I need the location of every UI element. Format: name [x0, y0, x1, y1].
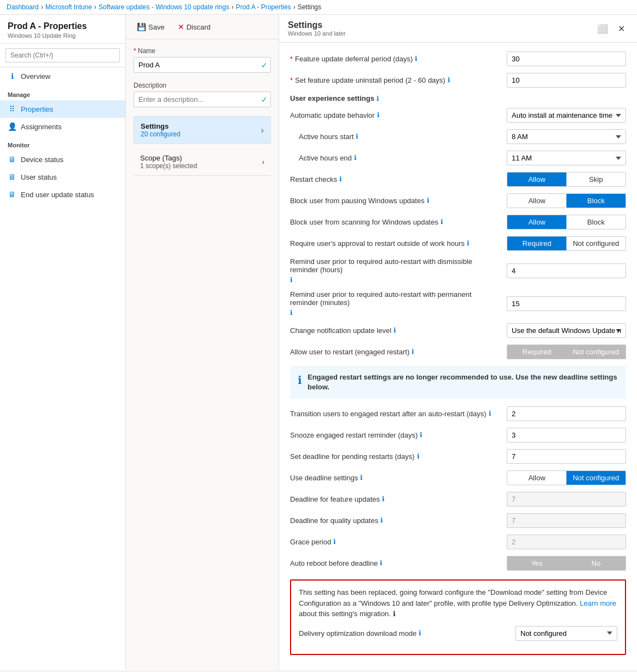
transition-input[interactable]: [507, 406, 626, 421]
allow-restart-toggle: Required Not configured: [507, 344, 626, 359]
auto-reboot-no-btn[interactable]: No: [566, 556, 626, 570]
auto-update-row: Automatic update behavior ℹ Auto install…: [290, 108, 626, 123]
set-deadline-info-icon[interactable]: ℹ: [417, 452, 420, 460]
remind-permanent-info-icon[interactable]: ℹ: [290, 309, 293, 317]
sidebar-item-overview[interactable]: ℹ Overview: [0, 67, 125, 85]
allow-restart-notconfigured-btn[interactable]: Not configured: [566, 345, 626, 359]
sidebar-item-assignments[interactable]: 👤 Assignments: [0, 118, 125, 135]
feature-update-info-icon[interactable]: ℹ: [415, 55, 418, 62]
change-notification-info-icon[interactable]: ℹ: [393, 326, 396, 334]
active-hours-start-info-icon[interactable]: ℹ: [356, 133, 358, 140]
delivery-info-icon[interactable]: ℹ: [419, 629, 421, 637]
breadcrumb: Dashboard › Microsoft Intune › Software …: [0, 0, 637, 15]
sidebar-item-properties[interactable]: ⠿ Properties: [0, 100, 125, 118]
maximize-button[interactable]: ⬜: [594, 22, 611, 35]
use-deadline-allow-btn[interactable]: Allow: [507, 471, 566, 485]
description-input[interactable]: [134, 91, 271, 107]
remind-dismissible-info-icon[interactable]: ℹ: [290, 276, 293, 284]
use-deadline-info-icon[interactable]: ℹ: [360, 474, 363, 481]
sidebar-item-user-status[interactable]: 🖥 User status: [0, 168, 125, 186]
user-experience-info-icon[interactable]: ℹ: [377, 95, 379, 102]
active-hours-end-select[interactable]: 11 AM: [507, 151, 626, 165]
discard-button[interactable]: ✕ Discard: [175, 20, 214, 33]
sidebar-label-assignments: Assignments: [21, 123, 61, 131]
close-settings-button[interactable]: ✕: [615, 22, 628, 35]
deadline-feature-input[interactable]: [507, 492, 626, 507]
remind-dismissible-input[interactable]: [507, 263, 626, 278]
allow-restart-required-btn[interactable]: Required: [507, 345, 566, 359]
active-hours-end-info-icon[interactable]: ℹ: [354, 154, 357, 162]
save-button[interactable]: 💾 Save: [134, 20, 168, 33]
sidebar-item-device-status[interactable]: 🖥 Device status: [0, 151, 125, 168]
require-approval-label: Require user's approval to restart outsi…: [290, 239, 465, 248]
sidebar-subtitle: Windows 10 Update Ring: [8, 32, 118, 39]
block-scanning-label: Block user from scanning for Windows upd…: [290, 218, 438, 226]
restart-checks-info-icon[interactable]: ℹ: [339, 175, 342, 183]
auto-update-info-icon[interactable]: ℹ: [377, 111, 380, 119]
block-scanning-block-btn[interactable]: Block: [566, 215, 626, 229]
grace-period-info-icon[interactable]: ℹ: [333, 538, 336, 545]
settings-nav-item[interactable]: Settings 20 configured ›: [134, 116, 271, 144]
block-pausing-info-icon[interactable]: ℹ: [427, 197, 430, 204]
breadcrumb-intune[interactable]: Microsoft Intune: [45, 3, 92, 11]
allow-restart-info-icon[interactable]: ℹ: [412, 348, 414, 355]
auto-update-select[interactable]: Auto install at maintenance time: [507, 108, 626, 123]
scope-nav-sub: 1 scope(s) selected: [140, 162, 197, 170]
remind-permanent-input[interactable]: [507, 296, 626, 311]
snooze-info-icon[interactable]: ℹ: [420, 431, 422, 439]
restart-checks-allow-btn[interactable]: Allow: [507, 173, 566, 186]
require-approval-info-icon[interactable]: ℹ: [467, 239, 470, 247]
discard-label: Discard: [187, 23, 211, 31]
description-input-wrap: ✓: [134, 91, 271, 107]
search-input[interactable]: [5, 48, 120, 62]
delivery-select[interactable]: Not configured: [516, 626, 617, 641]
active-hours-start-select[interactable]: 8 AM: [507, 129, 626, 144]
block-pausing-row: Block user from pausing Windows updates …: [290, 193, 626, 208]
auto-reboot-yes-btn[interactable]: Yes: [507, 556, 566, 570]
scope-nav-item[interactable]: Scope (Tags) 1 scope(s) selected ›: [134, 148, 271, 176]
name-input[interactable]: [134, 57, 271, 73]
deadline-quality-info-icon[interactable]: ℹ: [380, 516, 383, 524]
restart-checks-skip-btn[interactable]: Skip: [566, 173, 626, 186]
block-pausing-allow-btn[interactable]: Allow: [507, 194, 566, 208]
deadline-quality-input[interactable]: [507, 513, 626, 528]
transition-row: Transition users to engaged restart afte…: [290, 406, 626, 421]
use-deadline-notconfigured-btn[interactable]: Not configured: [566, 471, 626, 485]
name-check-icon: ✓: [261, 61, 268, 70]
allow-restart-label: Allow user to restart (engaged restart): [290, 348, 409, 356]
feature-update-label: Feature update deferral period (days): [295, 55, 413, 63]
auto-reboot-info-icon[interactable]: ℹ: [380, 559, 383, 567]
transition-info-icon[interactable]: ℹ: [489, 410, 491, 417]
set-deadline-input[interactable]: [507, 449, 626, 464]
feature-uninstall-label: Set feature update uninstall period (2 -…: [295, 76, 445, 84]
deadline-quality-label: Deadline for quality updates: [290, 516, 378, 525]
sidebar-label-properties: Properties: [21, 105, 53, 113]
block-pausing-block-btn[interactable]: Block: [566, 194, 626, 208]
description-field-group: Description ✓: [134, 82, 271, 107]
name-field-group: Name ✓: [134, 47, 271, 73]
info-circle-icon: ℹ: [298, 374, 302, 392]
warning-info-icon[interactable]: ℹ: [393, 610, 396, 618]
change-notification-select[interactable]: Use the default Windows Update notifica.…: [507, 323, 626, 338]
sidebar-item-end-user[interactable]: 🖥 End user update status: [0, 186, 125, 203]
settings-nav-title: Settings: [141, 122, 181, 130]
grace-period-input[interactable]: [507, 535, 626, 549]
block-scanning-allow-btn[interactable]: Allow: [507, 215, 566, 229]
require-approval-notconfigured-btn[interactable]: Not configured: [566, 237, 626, 250]
description-check-icon: ✓: [261, 95, 268, 104]
breadcrumb-dashboard[interactable]: Dashboard: [7, 3, 39, 11]
active-hours-end-label: Active hours end: [299, 154, 352, 162]
sidebar: Prod A - Properties Windows 10 Update Ri…: [0, 15, 126, 670]
deadline-feature-row: Deadline for feature updates ℹ: [290, 492, 626, 507]
deadline-feature-label: Deadline for feature updates: [290, 495, 380, 503]
snooze-input[interactable]: [507, 428, 626, 443]
breadcrumb-software-updates[interactable]: Software updates - Windows 10 update rin…: [99, 3, 229, 11]
require-approval-required-btn[interactable]: Required: [507, 237, 566, 250]
deadline-feature-info-icon[interactable]: ℹ: [382, 495, 385, 503]
block-scanning-info-icon[interactable]: ℹ: [441, 218, 443, 226]
feature-uninstall-input[interactable]: [507, 73, 626, 88]
feature-uninstall-info-icon[interactable]: ℹ: [448, 76, 450, 84]
learn-more-link[interactable]: Learn more: [580, 599, 616, 607]
breadcrumb-prod-a[interactable]: Prod A - Properties: [236, 3, 291, 11]
feature-update-input[interactable]: [507, 51, 626, 66]
